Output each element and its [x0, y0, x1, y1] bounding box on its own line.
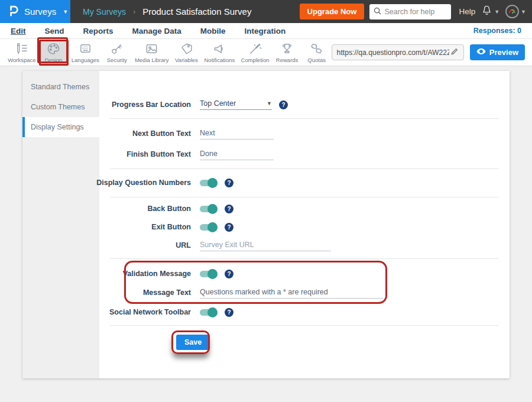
breadcrumb: My Surveys › Product Satisfaction Survey — [83, 7, 251, 17]
tab-reports[interactable]: Reports — [83, 27, 113, 35]
eye-icon — [476, 48, 486, 57]
toolbar-item-rewards[interactable]: Rewards — [273, 40, 302, 66]
key-icon — [109, 42, 124, 56]
notifications-menu[interactable]: ▼ — [481, 5, 499, 18]
next-button-text-label: Next Button Text — [22, 129, 191, 138]
chevron-down-icon: ▼ — [267, 100, 272, 106]
toolbar-item-quotas[interactable]: Quotas — [302, 40, 332, 66]
toolbar-item-security[interactable]: Security — [102, 40, 132, 66]
responses-count[interactable]: Responses: 0 — [473, 27, 521, 35]
social-network-toolbar-label: Social Network Toolbar — [22, 308, 191, 316]
finish-button-text-input[interactable] — [200, 148, 274, 160]
workspace-icon — [14, 42, 29, 56]
social-network-toolbar-toggle[interactable] — [200, 307, 218, 317]
keyboard-icon — [78, 42, 93, 56]
tab-manage-data[interactable]: Manage Data — [132, 27, 181, 35]
bell-icon — [481, 5, 492, 18]
tab-send[interactable]: Send — [45, 27, 64, 35]
upgrade-now-button[interactable]: Upgrade Now — [300, 4, 365, 20]
toolbar-item-workspace[interactable]: Workspace — [5, 40, 39, 66]
design-palette-icon — [46, 42, 61, 56]
toolbar-item-notifications[interactable]: Notifications — [201, 40, 238, 66]
sidebar-item-standard-themes[interactable]: Standard Themes — [22, 77, 99, 97]
divider — [110, 325, 499, 326]
preview-button[interactable]: Preview — [470, 44, 525, 60]
help-icon[interactable] — [225, 179, 233, 187]
validation-message-toggle[interactable] — [200, 269, 218, 279]
toolbar-item-languages[interactable]: Languages — [69, 40, 102, 66]
breadcrumb-my-surveys[interactable]: My Surveys — [83, 7, 126, 17]
save-button[interactable]: Save — [176, 335, 210, 350]
design-settings-card: Standard Themes Custom Themes Display Se… — [22, 71, 510, 378]
display-question-numbers-toggle[interactable] — [200, 178, 218, 188]
page-title: Product Satisfaction Survey — [142, 7, 251, 17]
magic-wand-icon — [248, 42, 262, 56]
help-icon[interactable] — [225, 270, 233, 278]
toolbar-item-completion[interactable]: Completion — [238, 40, 272, 66]
toolbar-item-variables[interactable]: Variables — [171, 40, 201, 66]
survey-url-value: https://qa.questionpro.com/t/AW22Zcq2J — [337, 48, 449, 57]
chevron-down-icon: ▼ — [494, 9, 499, 15]
header-actions: Upgrade Now Help ▼ — [300, 4, 532, 20]
divider — [110, 118, 499, 119]
tab-edit[interactable]: Edit — [11, 27, 26, 35]
toolbar-item-media-library[interactable]: Media Library — [132, 40, 171, 66]
divider — [110, 197, 499, 197]
questionpro-app: Surveys ▼ My Surveys › Product Satisfact… — [0, 0, 532, 402]
questionpro-logo-icon — [8, 3, 19, 20]
top-header: Surveys ▼ My Surveys › Product Satisfact… — [0, 0, 532, 23]
help-icon[interactable] — [225, 308, 233, 317]
tab-mobile[interactable]: Mobile — [200, 27, 226, 35]
progress-bar-location-select[interactable]: Top Center ▼ — [200, 99, 272, 110]
help-link[interactable]: Help — [459, 7, 475, 16]
search-input[interactable] — [384, 8, 446, 16]
help-search[interactable] — [369, 4, 451, 20]
toolbar-item-design[interactable]: Design — [39, 40, 69, 66]
megaphone-icon — [212, 42, 227, 56]
tab-integration[interactable]: Integration — [245, 27, 286, 35]
edit-toolbar: Workspace Design Languages — [0, 39, 532, 66]
divider — [110, 168, 499, 169]
survey-url-field[interactable]: https://qa.questionpro.com/t/AW22Zcq2J — [332, 44, 464, 60]
exit-url-label: URL — [22, 241, 191, 249]
chain-link-icon — [309, 42, 324, 56]
account-menu[interactable]: ▼ — [505, 5, 526, 18]
image-icon — [144, 42, 159, 56]
tag-icon — [179, 42, 194, 56]
progress-bar-location-label: Progress Bar Location — [22, 100, 191, 109]
exit-button-label: Exit Button — [22, 223, 191, 231]
help-icon[interactable] — [225, 223, 233, 232]
product-menu[interactable]: Surveys ▼ — [0, 0, 70, 23]
search-icon — [374, 7, 381, 17]
help-icon[interactable] — [225, 205, 233, 213]
avatar — [505, 5, 519, 18]
message-text-label: Message Text — [22, 288, 191, 297]
exit-url-input[interactable] — [200, 239, 331, 251]
back-button-toggle[interactable] — [200, 204, 218, 214]
help-icon[interactable] — [279, 100, 288, 109]
finish-button-text-label: Finish Button Text — [22, 150, 191, 158]
exit-button-toggle[interactable] — [200, 222, 218, 232]
display-question-numbers-label: Display Question Numbers — [22, 179, 191, 187]
message-text-input[interactable] — [200, 287, 383, 299]
product-name: Surveys — [24, 7, 56, 17]
edit-pencil-icon[interactable] — [450, 47, 459, 58]
validation-message-label: Validation Message — [22, 270, 191, 278]
next-button-text-input[interactable] — [200, 128, 274, 140]
breadcrumb-separator-icon: › — [133, 8, 135, 16]
chevron-down-icon: ▼ — [521, 9, 526, 15]
back-button-label: Back Button — [22, 205, 191, 213]
divider — [110, 258, 499, 259]
chevron-down-icon: ▼ — [63, 9, 68, 15]
survey-nav: Edit Send Reports Manage Data Mobile Int… — [0, 23, 532, 39]
trophy-icon — [280, 42, 294, 56]
